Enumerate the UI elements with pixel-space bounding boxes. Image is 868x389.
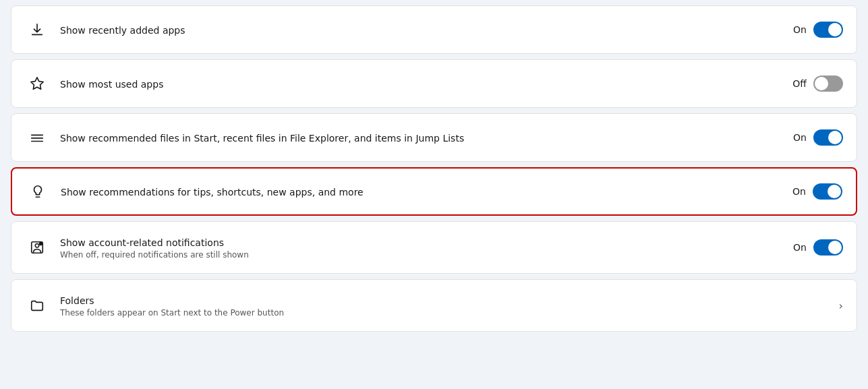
most-used-toggle-thumb: [815, 77, 828, 90]
recently-added-toggle[interactable]: [813, 22, 843, 38]
recommended-files-title: Show recommended files in Start, recent …: [60, 133, 464, 144]
settings-row-recently-added[interactable]: Show recently added appsOn: [11, 5, 857, 54]
lightbulb-icon: [26, 184, 50, 199]
recommendations-tips-status-label: On: [792, 186, 806, 197]
svg-point-5: [35, 244, 39, 248]
most-used-status-label: Off: [792, 78, 807, 89]
recommended-files-status-label: On: [793, 132, 807, 143]
folder-icon: [25, 298, 49, 313]
settings-row-recommended-files[interactable]: Show recommended files in Start, recent …: [11, 113, 857, 162]
settings-list: Show recently added appsOnShow most used…: [11, 5, 857, 332]
account-badge-icon: [25, 240, 49, 255]
settings-row-account-notifications[interactable]: Show account-related notificationsWhen o…: [11, 221, 857, 274]
account-notifications-toggle[interactable]: [813, 239, 843, 256]
settings-row-folders[interactable]: FoldersThese folders appear on Start nex…: [11, 279, 857, 332]
most-used-title: Show most used apps: [60, 79, 163, 90]
folders-subtitle: These folders appear on Start next to th…: [60, 308, 839, 318]
recently-added-toggle-thumb: [828, 23, 842, 36]
download-icon: [25, 22, 49, 37]
settings-row-most-used[interactable]: Show most used appsOff: [11, 59, 857, 108]
svg-marker-0: [31, 78, 43, 89]
account-notifications-subtitle: When off, required notifications are sti…: [60, 250, 793, 260]
recommended-files-toggle[interactable]: [813, 129, 843, 146]
recommended-files-toggle-thumb: [828, 131, 842, 144]
recently-added-status-label: On: [793, 24, 807, 35]
most-used-toggle[interactable]: [813, 76, 843, 92]
account-notifications-title: Show account-related notifications: [60, 237, 224, 248]
folders-title: Folders: [60, 295, 94, 306]
settings-row-recommendations-tips[interactable]: Show recommendations for tips, shortcuts…: [11, 167, 857, 216]
account-notifications-status-label: On: [793, 242, 807, 253]
recommendations-tips-toggle-thumb: [828, 185, 841, 198]
star-icon: [25, 76, 49, 91]
recommendations-tips-title: Show recommendations for tips, shortcuts…: [61, 187, 364, 198]
recommendations-tips-toggle[interactable]: [813, 183, 842, 200]
account-notifications-toggle-thumb: [828, 241, 842, 254]
list-icon: [25, 130, 49, 145]
recently-added-title: Show recently added apps: [60, 25, 185, 36]
svg-point-6: [39, 242, 43, 246]
folders-chevron-icon: ›: [839, 299, 843, 312]
